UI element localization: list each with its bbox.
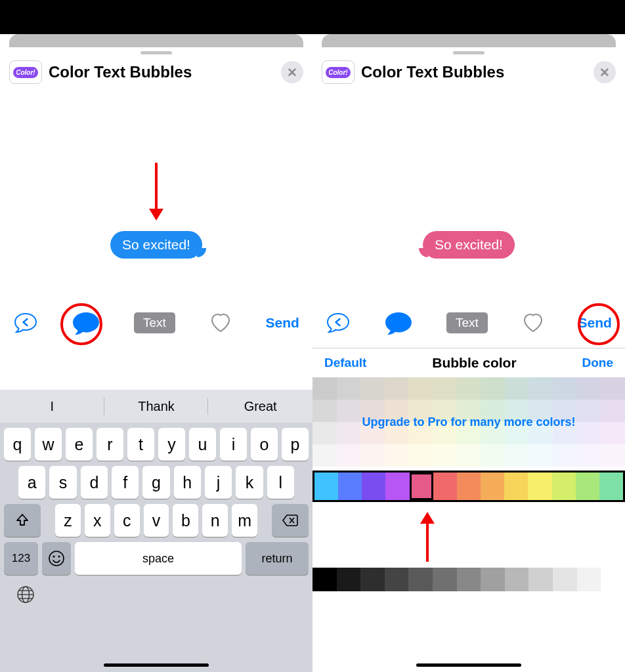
color-swatch[interactable] xyxy=(337,400,361,422)
prediction-1[interactable]: I xyxy=(0,390,104,423)
color-swatch[interactable] xyxy=(481,568,505,591)
key-y[interactable]: y xyxy=(158,428,185,461)
color-swatch[interactable] xyxy=(528,377,553,400)
color-swatch[interactable] xyxy=(601,444,625,467)
key-q[interactable]: q xyxy=(4,428,31,461)
sheet-grabber[interactable] xyxy=(140,51,172,54)
reply-bubble-button[interactable] xyxy=(13,312,38,334)
key-o[interactable]: o xyxy=(251,428,278,461)
key-m[interactable]: m xyxy=(232,504,257,537)
color-swatch[interactable] xyxy=(312,422,337,444)
color-swatch[interactable] xyxy=(312,444,337,467)
color-swatch[interactable] xyxy=(481,377,505,400)
key-p[interactable]: p xyxy=(282,428,309,461)
color-swatch[interactable] xyxy=(385,400,409,422)
reply-bubble-button[interactable] xyxy=(326,312,351,334)
color-swatch[interactable] xyxy=(504,472,528,500)
color-swatch[interactable] xyxy=(505,444,529,467)
color-swatch[interactable] xyxy=(481,444,505,467)
key-x[interactable]: x xyxy=(85,504,110,537)
color-swatch[interactable] xyxy=(577,422,601,444)
color-swatch[interactable] xyxy=(505,400,529,422)
favorite-button[interactable] xyxy=(208,312,233,334)
color-swatch[interactable] xyxy=(601,422,625,444)
color-swatch[interactable] xyxy=(577,444,601,467)
color-swatch[interactable] xyxy=(601,377,625,400)
key-t[interactable]: t xyxy=(127,428,154,461)
color-swatch[interactable] xyxy=(408,568,433,591)
color-swatch[interactable] xyxy=(457,444,481,467)
color-swatch[interactable] xyxy=(577,568,601,591)
color-swatch[interactable] xyxy=(553,377,577,400)
globe-icon[interactable] xyxy=(16,585,35,604)
key-b[interactable]: b xyxy=(173,504,198,537)
key-w[interactable]: w xyxy=(35,428,62,461)
message-bubble[interactable]: So excited! xyxy=(110,231,202,259)
sheet-grabber[interactable] xyxy=(453,51,485,54)
color-swatch[interactable] xyxy=(552,472,576,500)
key-u[interactable]: u xyxy=(189,428,216,461)
bubble-color-button[interactable] xyxy=(383,310,414,336)
color-swatch[interactable] xyxy=(433,568,457,591)
color-swatch[interactable] xyxy=(408,400,433,422)
color-swatch[interactable] xyxy=(457,400,481,422)
color-swatch[interactable] xyxy=(360,568,385,591)
color-swatch[interactable] xyxy=(577,377,601,400)
key-d[interactable]: d xyxy=(81,466,108,499)
color-swatch[interactable] xyxy=(385,472,409,500)
color-swatch[interactable] xyxy=(528,472,551,500)
default-button[interactable]: Default xyxy=(324,356,366,370)
color-swatch[interactable] xyxy=(601,568,625,591)
key-h[interactable]: h xyxy=(174,466,201,499)
color-swatch[interactable] xyxy=(360,377,385,400)
color-swatch[interactable] xyxy=(312,377,337,400)
close-button[interactable]: ✕ xyxy=(593,61,616,83)
send-button[interactable]: Send xyxy=(578,315,612,331)
space-key[interactable]: space xyxy=(75,542,242,575)
color-swatch[interactable] xyxy=(337,377,361,400)
favorite-button[interactable] xyxy=(521,312,546,334)
color-swatch[interactable] xyxy=(505,377,529,400)
color-swatch[interactable] xyxy=(553,444,577,467)
color-swatch[interactable] xyxy=(576,472,599,500)
color-swatch[interactable] xyxy=(481,400,505,422)
color-swatch[interactable] xyxy=(410,472,433,500)
color-swatch[interactable] xyxy=(505,422,529,444)
color-swatch[interactable] xyxy=(553,568,577,591)
color-swatch[interactable] xyxy=(577,400,601,422)
color-swatch[interactable] xyxy=(553,422,577,444)
key-j[interactable]: j xyxy=(205,466,232,499)
color-swatch[interactable] xyxy=(385,568,409,591)
color-swatch[interactable] xyxy=(457,472,481,500)
backspace-key[interactable] xyxy=(272,504,309,537)
key-r[interactable]: r xyxy=(97,428,123,461)
color-swatch[interactable] xyxy=(312,568,337,591)
color-swatch[interactable] xyxy=(433,472,457,500)
key-a[interactable]: a xyxy=(18,466,45,499)
color-swatch[interactable] xyxy=(362,472,385,500)
color-swatch[interactable] xyxy=(505,568,529,591)
color-swatch[interactable] xyxy=(457,377,481,400)
color-swatch[interactable] xyxy=(337,444,361,467)
color-swatch[interactable] xyxy=(528,568,553,591)
color-swatch[interactable] xyxy=(433,400,457,422)
color-swatch[interactable] xyxy=(599,472,623,500)
text-style-button[interactable]: Text xyxy=(134,312,175,333)
color-swatch[interactable] xyxy=(385,422,409,444)
color-swatch[interactable] xyxy=(601,400,625,422)
shift-key[interactable] xyxy=(4,504,41,537)
key-n[interactable]: n xyxy=(202,504,228,537)
color-swatch[interactable] xyxy=(360,422,385,444)
emoji-key[interactable] xyxy=(42,542,71,575)
color-swatch[interactable] xyxy=(433,377,457,400)
color-swatch[interactable] xyxy=(528,400,553,422)
color-swatch[interactable] xyxy=(433,444,457,467)
key-z[interactable]: z xyxy=(55,504,81,537)
bubble-color-button[interactable] xyxy=(71,310,101,336)
color-swatch[interactable] xyxy=(457,422,481,444)
color-swatch[interactable] xyxy=(408,444,433,467)
home-indicator[interactable] xyxy=(104,663,209,667)
color-swatch[interactable] xyxy=(481,472,504,500)
number-key[interactable]: 123 xyxy=(4,542,38,575)
key-c[interactable]: c xyxy=(114,504,140,537)
